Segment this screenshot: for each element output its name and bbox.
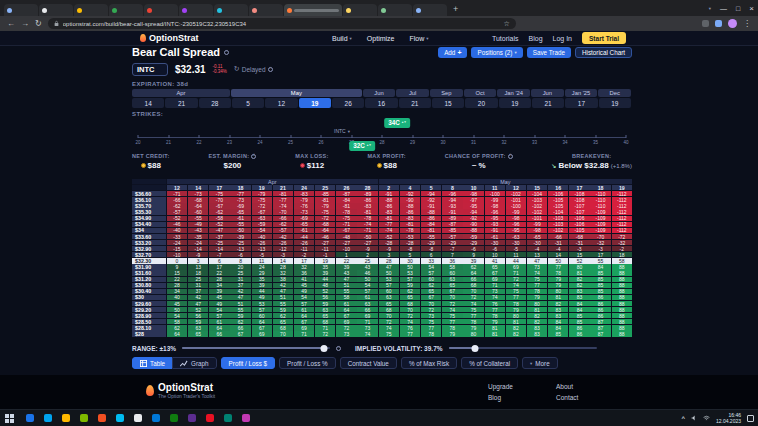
pl-cell[interactable]: -71 <box>167 191 187 196</box>
pl-cell[interactable]: -27 <box>315 240 335 245</box>
pl-cell[interactable]: 35 <box>315 264 335 269</box>
pl-cell[interactable]: 52 <box>315 289 335 294</box>
pl-cell[interactable]: 22 <box>209 270 229 275</box>
pl-cell[interactable]: 47 <box>188 301 208 306</box>
pl-cell[interactable]: 28 <box>273 264 293 269</box>
pl-cell[interactable]: 76 <box>485 301 505 306</box>
pl-cell[interactable]: 87 <box>590 319 610 324</box>
expiration-month-tab[interactable]: Sep <box>430 89 463 97</box>
table-day-header[interactable]: 12 <box>506 185 526 190</box>
pl-cell[interactable]: 72 <box>442 301 462 306</box>
pl-cell[interactable]: -11 <box>294 246 314 251</box>
pl-cell[interactable]: -79 <box>294 197 314 202</box>
pl-cell[interactable]: -81 <box>421 228 441 233</box>
expiration-day-tab[interactable]: 26 <box>332 98 364 108</box>
pl-cell[interactable]: -106 <box>548 191 568 196</box>
pl-cell[interactable]: 17 <box>294 258 314 263</box>
pl-cell[interactable]: 55 <box>336 289 356 294</box>
range-slider-handle[interactable] <box>321 345 328 352</box>
table-day-header[interactable]: 24 <box>294 185 314 190</box>
pl-cell[interactable]: -109 <box>590 209 610 214</box>
footer-link-upgrade[interactable]: Upgrade <box>488 383 513 390</box>
pl-cell[interactable]: 55 <box>590 258 610 263</box>
pl-cell[interactable]: -103 <box>527 197 547 202</box>
pl-cell[interactable]: -46 <box>167 222 187 227</box>
pl-cell[interactable]: 57 <box>421 270 441 275</box>
pl-cell[interactable]: 88 <box>612 264 632 269</box>
pl-cell[interactable]: 81 <box>485 331 505 336</box>
pl-cell[interactable]: -25 <box>209 240 229 245</box>
optionstrat-logo[interactable]: OptionStrat <box>140 33 199 43</box>
view-tab-profit-loss-[interactable]: Profit / Loss $ <box>221 357 276 369</box>
nav-blog[interactable]: Blog <box>529 35 543 42</box>
pl-cell[interactable]: -108 <box>569 191 589 196</box>
footer-link-contact[interactable]: Contact <box>556 394 578 401</box>
pl-cell[interactable]: -112 <box>612 209 632 214</box>
pl-cell[interactable]: -5 <box>506 246 526 251</box>
pl-cell[interactable]: 72 <box>506 277 526 282</box>
pl-cell[interactable]: 64 <box>209 325 229 330</box>
pl-cell[interactable]: 10 <box>485 252 505 257</box>
pl-cell[interactable]: 74 <box>463 301 483 306</box>
pl-cell[interactable]: 54 <box>294 295 314 300</box>
pl-cell[interactable]: 82 <box>548 301 568 306</box>
pl-cell[interactable]: -65 <box>294 222 314 227</box>
pl-cell[interactable]: -77 <box>273 197 293 202</box>
pl-cell[interactable]: 59 <box>230 313 250 318</box>
pl-cell[interactable]: -59 <box>252 222 272 227</box>
pl-cell[interactable]: -83 <box>400 216 420 221</box>
pl-cell[interactable]: 58 <box>612 258 632 263</box>
pl-cell[interactable]: -9 <box>357 246 377 251</box>
pl-cell[interactable]: -101 <box>527 216 547 221</box>
pl-cell[interactable]: 58 <box>442 264 462 269</box>
pl-cell[interactable]: 17 <box>590 252 610 257</box>
pl-cell[interactable]: 79 <box>485 319 505 324</box>
pl-cell[interactable]: 56 <box>188 313 208 318</box>
expiration-day-tab[interactable]: 19 <box>299 98 331 108</box>
pl-cell[interactable]: 13 <box>188 264 208 269</box>
pl-cell[interactable]: -2 <box>294 252 314 257</box>
new-tab-button[interactable]: + <box>453 2 458 16</box>
pl-cell[interactable]: 73 <box>485 289 505 294</box>
browser-tab[interactable] <box>343 4 377 16</box>
pl-cell[interactable]: -77 <box>379 222 399 227</box>
pl-cell[interactable]: 42 <box>273 283 293 288</box>
pl-cell[interactable]: -98 <box>527 228 547 233</box>
pl-cell[interactable]: -69 <box>294 216 314 221</box>
pl-cell[interactable]: -109 <box>590 228 610 233</box>
pl-cell[interactable]: -8 <box>400 246 420 251</box>
pl-cell[interactable]: -86 <box>400 209 420 214</box>
tab-search-caret-icon[interactable]: ▾ <box>709 6 711 11</box>
pl-cell[interactable]: -59 <box>463 234 483 239</box>
pl-cell[interactable]: 83 <box>569 295 589 300</box>
pl-cell[interactable]: -12 <box>273 246 293 251</box>
pl-cell[interactable]: -14 <box>209 246 229 251</box>
pl-cell[interactable]: -61 <box>485 234 505 239</box>
taskbar-app-icon[interactable] <box>44 414 52 422</box>
table-day-header[interactable]: 19 <box>252 185 272 190</box>
pl-cell[interactable]: -72 <box>612 234 632 239</box>
pl-cell[interactable]: -103 <box>548 222 568 227</box>
pl-cell[interactable]: 74 <box>527 270 547 275</box>
pl-cell[interactable]: 69 <box>336 319 356 324</box>
expiration-day-tab[interactable]: 21 <box>165 98 197 108</box>
pl-cell[interactable]: 80 <box>527 301 547 306</box>
pl-cell[interactable]: 33 <box>421 258 441 263</box>
pl-cell[interactable]: 67 <box>294 319 314 324</box>
pl-cell[interactable]: 52 <box>188 307 208 312</box>
pl-cell[interactable]: -55 <box>188 216 208 221</box>
pl-cell[interactable]: -91 <box>379 191 399 196</box>
pl-cell[interactable]: -24 <box>188 240 208 245</box>
pl-cell[interactable]: 68 <box>400 301 420 306</box>
pl-cell[interactable]: 67 <box>421 295 441 300</box>
expiration-day-tab[interactable]: 21 <box>399 98 431 108</box>
taskbar-app-icon[interactable] <box>98 414 106 422</box>
pl-cell[interactable]: 60 <box>379 289 399 294</box>
iv-slider[interactable] <box>449 347 597 349</box>
pl-cell[interactable]: 64 <box>252 319 272 324</box>
pl-cell[interactable]: -106 <box>569 222 589 227</box>
taskbar-app-icon[interactable] <box>116 414 124 422</box>
pl-cell[interactable]: 60 <box>252 313 272 318</box>
pl-cell[interactable]: 63 <box>357 301 377 306</box>
pl-cell[interactable]: -83 <box>379 209 399 214</box>
